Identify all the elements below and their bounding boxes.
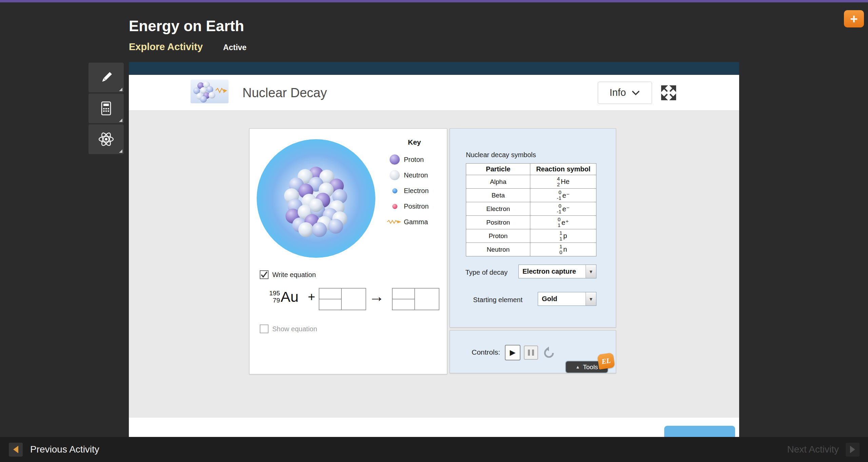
type-of-decay-value: Electron capture xyxy=(519,265,586,278)
table-row: Positron 01e⁺ xyxy=(466,216,596,229)
atom-tool-button[interactable] xyxy=(88,124,124,154)
key-item-proton: Proton xyxy=(387,152,445,167)
reaction-arrow: → xyxy=(369,287,384,306)
explorelearning-logo: EL xyxy=(597,353,615,370)
type-of-decay-select[interactable]: Electron capture ▼ xyxy=(518,265,596,278)
decay-settings-panel: Nuclear decay symbols Particle Reaction … xyxy=(450,128,616,328)
info-label: Info xyxy=(610,87,626,98)
gizmo-area: Key Proton Neutron Electron xyxy=(129,111,739,418)
write-equation-label: Write equation xyxy=(272,271,316,279)
starting-element-value: Gold xyxy=(538,292,586,306)
show-equation-checkbox[interactable] xyxy=(260,324,269,333)
calculator-tool-button[interactable] xyxy=(88,93,124,123)
symbol-input-cell[interactable] xyxy=(415,289,439,310)
corner-handle-icon xyxy=(119,149,122,153)
particle-cell: Neutron xyxy=(466,243,530,256)
info-button[interactable]: Info xyxy=(598,82,652,104)
calculator-icon xyxy=(98,100,114,117)
pause-icon xyxy=(528,350,530,356)
element-symbol: Au xyxy=(281,289,299,305)
starting-nuclide: 195 79 Au xyxy=(269,289,298,305)
pause-button[interactable] xyxy=(524,345,538,360)
particle-cell: Positron xyxy=(466,216,530,229)
positron-icon xyxy=(392,204,397,209)
key-item-gamma: Gamma xyxy=(387,214,445,230)
gizmo-thumbnail xyxy=(191,80,229,103)
neutron-icon xyxy=(390,170,400,180)
mass-input-cell[interactable] xyxy=(393,289,414,299)
table-title: Nuclear decay symbols xyxy=(466,151,536,159)
table-row: Neutron 10n xyxy=(466,243,596,256)
show-equation-row: Show equation xyxy=(260,324,317,333)
app-window: Energy on Earth Explore Activity Active … xyxy=(0,0,868,462)
gizmo-title: Nuclear Decay xyxy=(242,85,327,100)
chevron-down-icon: ▼ xyxy=(589,296,593,302)
play-button[interactable]: ▶ xyxy=(505,345,520,360)
key-item-positron: Positron xyxy=(387,198,445,214)
next-activity-label[interactable]: Next Activity xyxy=(787,444,839,455)
key-title: Key xyxy=(408,138,445,146)
key-item-electron: Electron xyxy=(387,183,445,198)
proton-icon xyxy=(390,154,400,165)
pause-icon xyxy=(532,350,534,356)
corner-handle-icon xyxy=(119,88,122,91)
symbol-cell: 0-1e⁻ xyxy=(530,189,596,202)
write-equation-checkbox[interactable] xyxy=(260,270,269,279)
symbol-cell: 11p xyxy=(530,229,596,243)
next-activity-button[interactable] xyxy=(846,443,860,457)
table-row: Proton 11p xyxy=(466,229,596,243)
dropdown-arrow-button[interactable]: ▼ xyxy=(586,265,596,278)
column-header: Particle xyxy=(466,164,530,175)
tab-explore-activity[interactable]: Explore Activity xyxy=(129,41,203,52)
symbol-cell: 10n xyxy=(530,243,596,256)
reset-button[interactable] xyxy=(541,345,556,360)
write-equation-row: Write equation xyxy=(260,270,316,279)
corner-handle-icon xyxy=(119,119,122,122)
symbol-input-cell[interactable] xyxy=(342,289,366,310)
key-item-neutron: Neutron xyxy=(387,167,445,183)
activity-panel: Nuclear Decay Info xyxy=(129,62,739,437)
panel-footer-strip xyxy=(129,418,739,437)
atomic-input-cell[interactable] xyxy=(393,299,414,310)
tools-label: Tools xyxy=(583,363,598,371)
top-accent-bar xyxy=(0,0,868,2)
arrow-right-icon xyxy=(850,446,855,453)
tool-rail xyxy=(88,63,124,154)
add-button[interactable]: + xyxy=(844,10,864,27)
particle-cell: Alpha xyxy=(466,175,530,189)
chevron-down-icon: ▼ xyxy=(589,269,593,274)
previous-activity-button[interactable] xyxy=(9,443,23,457)
plus-sign: + xyxy=(308,290,315,304)
decay-symbols-table: Particle Reaction symbol Alpha 42He Beta… xyxy=(466,163,596,256)
starting-element-select[interactable]: Gold ▼ xyxy=(538,292,596,306)
equation-input-box-2 xyxy=(392,288,439,310)
simulation-panel: Key Proton Neutron Electron xyxy=(249,128,447,374)
key-legend: Key Proton Neutron Electron xyxy=(387,138,445,230)
atomic-input-cell[interactable] xyxy=(319,299,341,310)
fullscreen-button[interactable] xyxy=(660,85,677,101)
mass-input-cell[interactable] xyxy=(319,289,341,299)
atom-icon xyxy=(98,131,115,148)
gizmo-header: Nuclear Decay Info xyxy=(129,75,739,111)
chevron-down-icon xyxy=(631,90,640,96)
page-title: Energy on Earth xyxy=(129,18,244,35)
highlighter-tool-button[interactable] xyxy=(88,63,124,92)
table-row: Beta 0-1e⁻ xyxy=(466,189,596,202)
checkmark-icon xyxy=(260,271,268,278)
activity-nav-bar: Previous Activity Next Activity xyxy=(0,437,868,462)
equation-input-box-1 xyxy=(319,288,366,310)
highlighter-icon xyxy=(98,69,114,86)
electron-icon xyxy=(392,188,397,193)
particle-cell: Proton xyxy=(466,229,530,243)
symbol-cell: 0-1e⁻ xyxy=(530,202,596,216)
mass-number: 195 xyxy=(269,290,280,297)
particle-cell: Beta xyxy=(466,189,530,202)
show-equation-label: Show equation xyxy=(272,325,317,333)
dropdown-arrow-button[interactable]: ▼ xyxy=(586,292,596,306)
previous-activity-label[interactable]: Previous Activity xyxy=(30,444,99,455)
expand-arrows-icon xyxy=(660,85,677,101)
equation-row: 195 79 Au + → xyxy=(250,285,447,314)
play-icon: ▶ xyxy=(510,349,516,356)
submit-button[interactable] xyxy=(664,426,735,437)
symbol-cell: 01e⁺ xyxy=(530,216,596,229)
